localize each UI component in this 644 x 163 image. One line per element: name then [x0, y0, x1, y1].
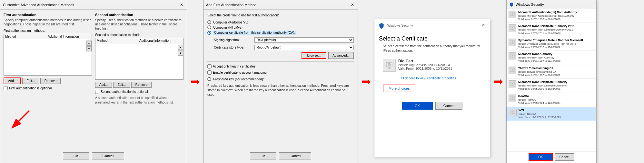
second-optional-checkbox[interactable]: [95, 90, 99, 94]
cert-view-link[interactable]: Click here to view certificate propertie…: [401, 77, 456, 80]
cert-list-name-7: WTI: [519, 109, 594, 113]
cert-list-issuer-0: Issuer: Microsoft Authenticode(tm) Root …: [518, 14, 594, 18]
more-choices-button[interactable]: More choices: [383, 85, 415, 92]
signing-algo-select[interactable]: RSA (default): [254, 37, 354, 43]
panel3-ok-button[interactable]: OK: [402, 102, 433, 110]
svg-point-18: [512, 55, 513, 56]
second-optional-label: Second authentication is optional: [101, 90, 148, 94]
browse-button[interactable]: Browse...: [302, 52, 327, 59]
svg-line-0: [13, 111, 29, 127]
cert-list-name-3: Microsoft Root Authority: [518, 52, 594, 56]
second-edit-button[interactable]: Edit...: [113, 82, 130, 88]
radio-kerberos: Computer (Kerberos V5): [207, 20, 354, 24]
account-mapping-label: Enable certificate to account mapping: [213, 71, 267, 74]
panel3-body: Select a Certificate Select a certificat…: [374, 31, 490, 98]
preshared-radio-icon[interactable]: [207, 77, 211, 81]
cert-list-icon-4: [509, 67, 516, 74]
second-add-button[interactable]: Add...: [95, 82, 112, 88]
cert-list-item-3[interactable]: Microsoft Root Authority Issuer: Microso…: [507, 51, 596, 65]
panel2-cancel-button[interactable]: Cancel: [279, 152, 311, 159]
cert-list-icon-1: [509, 24, 516, 32]
cert-details: DigiCert Issuer: DigiCert Assured ID Roo…: [398, 59, 481, 70]
arrow3: ➡: [490, 0, 506, 163]
panel3-close-button[interactable]: ✕: [481, 23, 486, 28]
panel4-title-group: Windows Security: [509, 2, 544, 7]
cert-link-wrapper: Click here to view certificate propertie…: [397, 76, 485, 80]
account-mapping-checkbox[interactable]: [207, 70, 212, 75]
cert-list-item-7[interactable]: WTI Issuer: RootCA Valid from: 12/05/202…: [507, 107, 596, 121]
cert-list-info-4: Thawte Timestamping CA Issuer: Thawte Ti…: [518, 67, 594, 77]
cert-list-item-4[interactable]: Thawte Timestamping CA Issuer: Thawte Ti…: [507, 65, 596, 79]
cert-list-issuer-7: Issuer: RootCA: [519, 113, 594, 116]
shield-icon: [378, 23, 385, 29]
svg-point-30: [512, 97, 513, 98]
first-add-button[interactable]: Add...: [4, 77, 21, 84]
panel1-cancel-button[interactable]: Cancel: [92, 152, 124, 159]
cert-list-item-1[interactable]: Microsoft Root Certificate Authority 201…: [507, 23, 596, 37]
preshared-row: Preshared key (not recommended):: [207, 77, 354, 81]
cert-list-item-0[interactable]: Microsoft Authenticode(tm) Root Authorit…: [507, 9, 596, 23]
browse-advanced-row: Browse... Advanced...: [207, 52, 354, 59]
radio-kerberos-label: Computer (Kerberos V5): [213, 21, 248, 24]
panel2-content: Select the credential to use for first a…: [203, 10, 358, 101]
cert-list-name-0: Microsoft Authenticode(tm) Root Authorit…: [518, 11, 594, 14]
svg-point-26: [512, 83, 513, 84]
panel4-ok-button[interactable]: OK: [529, 153, 552, 161]
arrow3-icon: ➡: [493, 75, 503, 88]
radio-cert-icon[interactable]: [207, 31, 211, 35]
cert-list-item-6[interactable]: RootCA Issuer: RootCA Valid from: 12/05/…: [507, 93, 596, 107]
second-remove-button[interactable]: Remove: [131, 82, 152, 88]
second-auth-title: Second authentication: [95, 13, 183, 17]
preshared-label: Preshared key (not recommended):: [213, 77, 264, 81]
second-scroll-up[interactable]: ▲: [178, 45, 183, 50]
panel2-close-button[interactable]: ✕: [350, 2, 355, 7]
panel3-cancel-button[interactable]: Cancel: [435, 102, 462, 110]
second-btn-row: Add... Edit... Remove: [95, 82, 183, 88]
signing-algo-label: Signing algorithm:: [214, 38, 253, 42]
first-auth-title: First authentication: [4, 13, 92, 17]
first-remove-button[interactable]: Remove: [40, 78, 61, 84]
panel4-cancel-button[interactable]: Cancel: [555, 153, 574, 161]
svg-rect-24: [512, 71, 512, 72]
cert-list-icon-2: [509, 39, 516, 46]
panel3-footer: OK Cancel: [374, 99, 490, 112]
second-methods-table: Method Additional Information ▲ ▼: [95, 38, 183, 80]
radio-ntlm-icon[interactable]: [207, 25, 211, 29]
panel4-footer: OK Cancel: [507, 151, 596, 163]
cert-store-select[interactable]: Root CA (default): [254, 45, 354, 50]
cert-list-item-2[interactable]: Symantec Enterprise Mobile Root for Micr…: [507, 37, 596, 51]
select-cert-title: Select a Certificate: [379, 35, 485, 42]
cert-list-validity-2: Valid from: 15/03/2012 to 15/03/2032: [518, 46, 594, 49]
panel1-ok-button[interactable]: OK: [63, 152, 89, 159]
first-scroll-up[interactable]: ▲: [86, 41, 92, 46]
cert-list-issuer-5: Issuer: Microsoft Root Certificate Autho…: [518, 84, 594, 87]
cert-list-icon-5: [509, 80, 516, 88]
first-edit-button[interactable]: Edit...: [22, 78, 39, 84]
health-cert-checkbox[interactable]: [207, 64, 212, 68]
advanced-button[interactable]: Advanced...: [328, 52, 354, 59]
cert-list-item-5[interactable]: Microsoft Root Certificate Authority Iss…: [507, 79, 596, 93]
svg-rect-28: [512, 85, 512, 86]
second-scroll-down[interactable]: ▼: [178, 50, 183, 56]
svg-rect-32: [512, 99, 512, 100]
panel4-title: Windows Security: [516, 3, 544, 6]
cert-list-name-5: Microsoft Root Certificate Authority: [518, 80, 594, 84]
panel4-header: Windows Security: [507, 0, 596, 9]
panel-customize-auth: Customize Advanced Authentication Method…: [0, 0, 187, 163]
panel2-note: Preshared key authentication is less sec…: [207, 84, 354, 97]
cert-list-issuer-2: Issuer: Symantec Enterprise Mobile Root …: [518, 42, 594, 46]
first-btn-row: Add... Edit... Remove: [4, 77, 92, 84]
first-col-method: Method: [5, 35, 48, 38]
cert-list-info-1: Microsoft Root Certificate Authority 201…: [518, 24, 594, 35]
first-optional-checkbox[interactable]: [4, 86, 8, 90]
first-scroll-down[interactable]: ▼: [86, 46, 92, 51]
cert-list-info-3: Microsoft Root Authority Issuer: Microso…: [518, 52, 594, 63]
radio-kerberos-icon[interactable]: [207, 20, 211, 24]
panel-select-cert: Windows Security ✕ Select a Certificate …: [374, 19, 490, 157]
arrow2-icon: ➡: [361, 75, 371, 88]
panel2-ok-button[interactable]: OK: [250, 152, 276, 159]
panel1-close-button[interactable]: ✕: [179, 2, 184, 7]
cert-list-info-0: Microsoft Authenticode(tm) Root Authorit…: [518, 11, 594, 21]
cert-list-scroll[interactable]: Microsoft Authenticode(tm) Root Authorit…: [507, 9, 596, 140]
first-optional-row: First authentication is optional: [4, 86, 92, 90]
